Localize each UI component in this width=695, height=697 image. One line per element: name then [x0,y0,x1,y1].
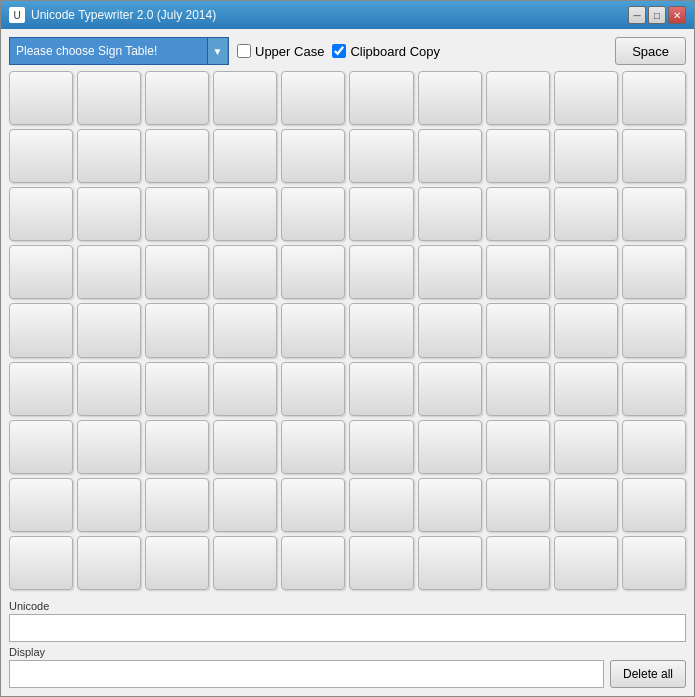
char-button-66[interactable] [418,420,482,474]
char-button-19[interactable] [622,129,686,183]
char-button-36[interactable] [418,245,482,299]
char-button-78[interactable] [554,478,618,532]
char-button-49[interactable] [622,303,686,357]
delete-all-button[interactable]: Delete all [610,660,686,688]
char-button-28[interactable] [554,187,618,241]
upper-case-label[interactable]: Upper Case [237,44,324,59]
char-button-16[interactable] [418,129,482,183]
char-button-65[interactable] [349,420,413,474]
minimize-button[interactable]: ─ [628,6,646,24]
char-button-18[interactable] [554,129,618,183]
display-input[interactable] [9,660,604,688]
char-button-52[interactable] [145,362,209,416]
char-button-27[interactable] [486,187,550,241]
char-button-24[interactable] [281,187,345,241]
char-button-71[interactable] [77,478,141,532]
char-button-23[interactable] [213,187,277,241]
char-button-22[interactable] [145,187,209,241]
char-button-86[interactable] [418,536,482,590]
char-button-51[interactable] [77,362,141,416]
char-button-9[interactable] [622,71,686,125]
char-button-75[interactable] [349,478,413,532]
char-button-42[interactable] [145,303,209,357]
char-button-80[interactable] [9,536,73,590]
char-button-13[interactable] [213,129,277,183]
char-button-21[interactable] [77,187,141,241]
char-button-40[interactable] [9,303,73,357]
char-button-33[interactable] [213,245,277,299]
char-button-2[interactable] [145,71,209,125]
char-button-61[interactable] [77,420,141,474]
char-button-29[interactable] [622,187,686,241]
char-button-15[interactable] [349,129,413,183]
char-button-57[interactable] [486,362,550,416]
clipboard-copy-checkbox[interactable] [332,44,346,58]
char-button-14[interactable] [281,129,345,183]
char-button-11[interactable] [77,129,141,183]
char-button-5[interactable] [349,71,413,125]
char-button-0[interactable] [9,71,73,125]
char-button-76[interactable] [418,478,482,532]
char-button-60[interactable] [9,420,73,474]
char-button-70[interactable] [9,478,73,532]
close-button[interactable]: ✕ [668,6,686,24]
char-button-68[interactable] [554,420,618,474]
char-button-79[interactable] [622,478,686,532]
char-button-58[interactable] [554,362,618,416]
char-button-17[interactable] [486,129,550,183]
char-button-25[interactable] [349,187,413,241]
char-button-73[interactable] [213,478,277,532]
char-button-50[interactable] [9,362,73,416]
maximize-button[interactable]: □ [648,6,666,24]
char-button-38[interactable] [554,245,618,299]
char-button-30[interactable] [9,245,73,299]
sign-table-dropdown[interactable]: Please choose Sign Table! [9,37,229,65]
char-button-7[interactable] [486,71,550,125]
char-button-47[interactable] [486,303,550,357]
char-button-77[interactable] [486,478,550,532]
upper-case-checkbox[interactable] [237,44,251,58]
char-button-31[interactable] [77,245,141,299]
char-button-8[interactable] [554,71,618,125]
char-button-39[interactable] [622,245,686,299]
char-button-37[interactable] [486,245,550,299]
char-button-20[interactable] [9,187,73,241]
char-button-55[interactable] [349,362,413,416]
char-button-45[interactable] [349,303,413,357]
char-button-43[interactable] [213,303,277,357]
char-button-64[interactable] [281,420,345,474]
char-button-1[interactable] [77,71,141,125]
char-button-46[interactable] [418,303,482,357]
char-button-34[interactable] [281,245,345,299]
char-button-35[interactable] [349,245,413,299]
char-button-32[interactable] [145,245,209,299]
char-button-10[interactable] [9,129,73,183]
space-button[interactable]: Space [615,37,686,65]
char-button-6[interactable] [418,71,482,125]
char-button-87[interactable] [486,536,550,590]
char-button-74[interactable] [281,478,345,532]
char-button-12[interactable] [145,129,209,183]
char-button-44[interactable] [281,303,345,357]
char-button-89[interactable] [622,536,686,590]
char-button-67[interactable] [486,420,550,474]
char-button-85[interactable] [349,536,413,590]
char-button-26[interactable] [418,187,482,241]
char-button-81[interactable] [77,536,141,590]
char-button-69[interactable] [622,420,686,474]
char-button-3[interactable] [213,71,277,125]
char-button-63[interactable] [213,420,277,474]
char-button-56[interactable] [418,362,482,416]
char-button-82[interactable] [145,536,209,590]
unicode-input[interactable] [9,614,686,642]
char-button-53[interactable] [213,362,277,416]
char-button-48[interactable] [554,303,618,357]
char-button-54[interactable] [281,362,345,416]
clipboard-copy-label[interactable]: Clipboard Copy [332,44,440,59]
char-button-62[interactable] [145,420,209,474]
char-button-59[interactable] [622,362,686,416]
char-button-72[interactable] [145,478,209,532]
char-button-83[interactable] [213,536,277,590]
char-button-41[interactable] [77,303,141,357]
char-button-4[interactable] [281,71,345,125]
